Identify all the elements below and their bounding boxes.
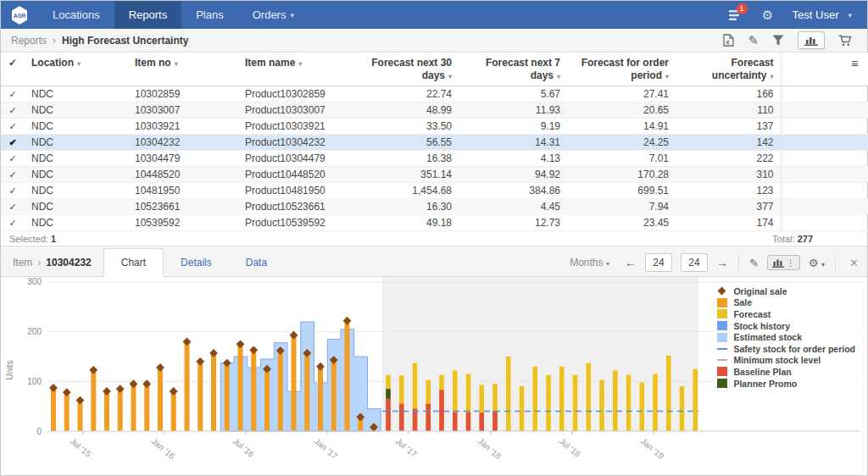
nav-item-plans[interactable]: Plans	[181, 1, 238, 29]
cell-forecast-order-period: 24.25	[567, 135, 676, 151]
settings-button[interactable]: ⚙	[754, 1, 782, 29]
row-checkbox[interactable]: ✔	[1, 135, 25, 151]
bar-chart-icon	[772, 257, 784, 268]
tab-chart[interactable]: Chart	[103, 248, 164, 277]
legend-swatch-diamond-icon	[718, 287, 726, 296]
cell-forecast-uncertainty: 110	[676, 102, 781, 119]
table-row[interactable]: ✓NDC10523661Product1052366116.304.457.94…	[1, 199, 868, 215]
legend-swatch-square-icon	[717, 321, 727, 330]
table-row[interactable]: ✓NDC10303921Product1030392133.509.1914.9…	[1, 119, 868, 135]
row-checkbox[interactable]: ✓	[1, 215, 25, 231]
filler-cell	[781, 135, 840, 151]
table-row[interactable]: ✓NDC10303007Product1030300748.9911.9320.…	[1, 102, 868, 119]
tab-details[interactable]: Details	[164, 249, 229, 276]
sort-caret-icon: ▾	[175, 60, 178, 68]
filler-cell	[781, 86, 840, 102]
breadcrumb-reports-link[interactable]: Reports	[11, 35, 47, 47]
row-checkbox[interactable]: ✓	[1, 102, 25, 119]
chart-settings-button[interactable]: ⚙ ▾	[809, 257, 825, 269]
row-checkbox[interactable]: ✓	[1, 183, 25, 199]
cell-location: NDC	[25, 183, 128, 199]
report-table: ✓ Location▾ Item no▾ Item name▾ Forecast…	[1, 53, 867, 246]
column-header-location[interactable]: Location▾	[25, 53, 128, 86]
months-back-input[interactable]	[645, 253, 672, 272]
nav-right: 1 ⚙ Test User ▾	[721, 1, 867, 29]
row-checkbox[interactable]: ✓	[1, 119, 25, 135]
cell-item-no: 10304232	[128, 135, 238, 151]
nav-item-orders[interactable]: Orders ▾	[238, 1, 309, 29]
legend-label: Baseline Plan	[733, 367, 791, 377]
legend-swatch-square-icon	[717, 298, 727, 307]
legend-label: Sale	[733, 297, 752, 307]
chart-type-button[interactable]: ⋮	[767, 255, 800, 270]
nav-item-locations[interactable]: Locations	[38, 1, 114, 29]
row-checkbox[interactable]: ✓	[1, 199, 25, 215]
legend-item: Forecast	[717, 308, 855, 320]
cell-forecast-30: 16.38	[350, 151, 459, 167]
export-file-button[interactable]	[723, 34, 734, 47]
cart-button[interactable]	[838, 35, 852, 47]
table-row[interactable]: ✓NDC10539592Product1053959249.1812.7323.…	[1, 215, 868, 231]
cell-location: NDC	[25, 151, 128, 167]
column-header-forecast-7[interactable]: Forecast next 7 days▾	[459, 53, 567, 86]
sort-caret-icon: ▾	[448, 73, 452, 80]
grid-menu-button[interactable]: ≡	[840, 53, 868, 86]
filler-cell	[840, 167, 868, 183]
user-menu[interactable]: Test User ▾	[786, 8, 859, 21]
filter-button[interactable]	[772, 35, 784, 46]
nav-item-reports[interactable]: Reports	[114, 1, 182, 29]
range-back-button[interactable]: ←	[625, 256, 637, 269]
gear-icon: ⚙	[762, 8, 773, 23]
table-row[interactable]: ✓NDC10304479Product1030447916.384.137.01…	[1, 151, 868, 167]
range-forward-button[interactable]: →	[716, 256, 728, 269]
months-dropdown[interactable]: Months ▾	[570, 257, 609, 268]
page-title: High Forecast Uncertainty	[62, 35, 188, 47]
cell-forecast-7: 12.73	[459, 215, 567, 231]
table-row[interactable]: ✓NDC10481950Product104819501,454.68384.8…	[1, 183, 868, 199]
column-header-forecast-order-period[interactable]: Forecast for order period▾	[567, 53, 676, 86]
column-header-forecast-30[interactable]: Forecast next 30 days▾	[350, 53, 459, 86]
svg-text:100: 100	[27, 377, 42, 386]
tab-data[interactable]: Data	[229, 249, 284, 276]
cell-forecast-order-period: 170.28	[567, 167, 676, 183]
filler-cell	[840, 86, 868, 102]
notification-badge: 1	[737, 3, 748, 14]
user-name: Test User	[793, 8, 839, 21]
edit-pencil-button[interactable]: ✎	[749, 257, 759, 269]
legend-swatch-line-icon	[717, 359, 727, 361]
row-checkbox[interactable]: ✓	[1, 167, 25, 183]
cell-forecast-30: 48.99	[350, 102, 459, 119]
cell-location: NDC	[25, 102, 128, 119]
agr-logo-icon[interactable]: AGR	[1, 1, 38, 29]
table-row[interactable]: ✔NDC10304232Product1030423256.5514.3124.…	[1, 135, 868, 151]
legend-label: Safety stock for order period	[733, 344, 855, 354]
months-forward-input[interactable]	[681, 253, 708, 272]
cell-location: NDC	[25, 167, 128, 183]
column-header-item-no[interactable]: Item no▾	[128, 53, 238, 86]
notifications-button[interactable]: 1	[721, 1, 750, 29]
cell-location: NDC	[25, 119, 128, 135]
detail-tabs: Chart Details Data	[103, 246, 284, 276]
chart-view-button[interactable]	[798, 31, 825, 49]
column-header-forecast-uncertainty[interactable]: Forecast uncertainty▾	[676, 53, 781, 86]
cell-item-no: 10303007	[128, 102, 238, 119]
filler-cell	[781, 151, 840, 167]
table-status-bar: Selected:1 Total:277	[1, 231, 867, 246]
close-panel-button[interactable]: ✕	[849, 257, 859, 269]
report-toolbar: ✎	[723, 31, 857, 49]
cell-forecast-order-period: 7.01	[567, 151, 676, 167]
chart-panel: 0100200300UnitsJul '15Jan '16Jul '16Jan …	[1, 277, 867, 475]
cell-forecast-30: 22.74	[350, 86, 459, 102]
row-checkbox[interactable]: ✓	[1, 151, 25, 167]
cell-forecast-30: 1,454.68	[350, 183, 459, 199]
table-row[interactable]: ✓NDC10302859Product1030285922.745.6727.4…	[1, 86, 868, 102]
breadcrumb-separator: ›	[37, 257, 41, 268]
row-checkbox[interactable]: ✓	[1, 86, 25, 102]
column-header-item-name[interactable]: Item name▾	[238, 53, 350, 86]
filler-cell	[781, 167, 840, 183]
table-row[interactable]: ✓NDC10448520Product10448520351.1494.9217…	[1, 167, 868, 183]
select-all-checkbox[interactable]: ✓	[1, 53, 25, 86]
chevron-down-icon: ▾	[848, 11, 852, 19]
cell-item-name: Product10448520	[238, 167, 350, 183]
edit-pencil-button[interactable]: ✎	[748, 33, 759, 48]
